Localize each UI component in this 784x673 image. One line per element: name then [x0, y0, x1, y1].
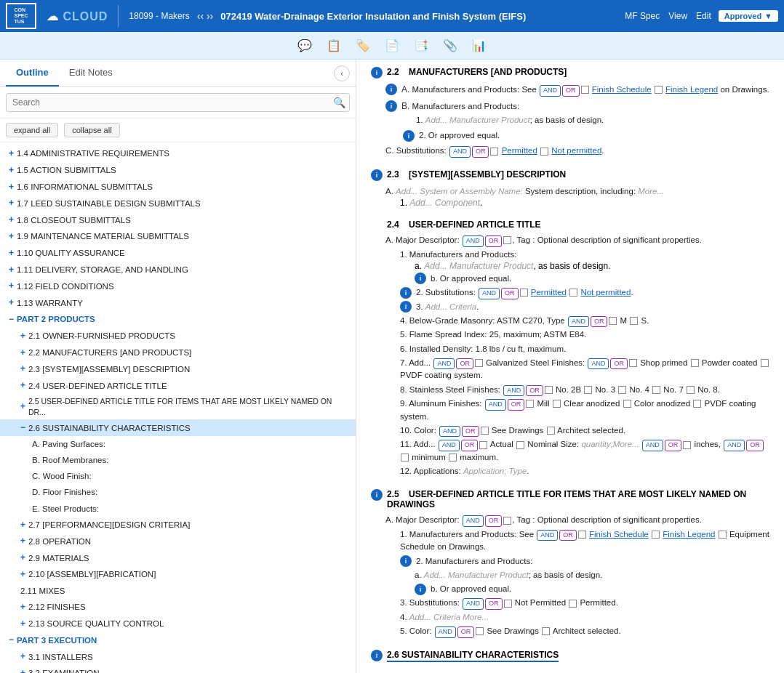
tree-item-2-6-c[interactable]: C. Wood Finish:	[0, 468, 356, 484]
link-not-permitted-2[interactable]: Not permitted	[580, 288, 631, 297]
add-mfr-2-5[interactable]: Add... Manufacturer Product	[424, 571, 529, 579]
tree-item-2-2[interactable]: + 2.2 MANUFACTURERS [AND PRODUCTS]	[0, 344, 356, 361]
info-icon-2-2-b[interactable]: i	[385, 100, 397, 112]
expand-icon-1-7: +	[9, 197, 14, 209]
tree-item-2-13[interactable]: + 2.13 SOURCE QUALITY CONTROL	[0, 616, 356, 632]
info-icon-2-4-2[interactable]: i	[400, 287, 412, 299]
add-system-name[interactable]: Add... System or Assembly Name:	[396, 187, 523, 196]
link-permitted-2[interactable]: Permitted	[531, 288, 567, 297]
expand-icon-2-7: +	[20, 519, 25, 531]
add-more[interactable]: More...	[638, 187, 664, 196]
add-criteria[interactable]: Add... Criteria	[425, 302, 476, 311]
tree-item-2-10[interactable]: + 2.10 [ASSEMBLY][FABRICATION]	[0, 566, 356, 583]
tag-icon[interactable]: 🏷️	[353, 36, 373, 55]
info-icon-2-6[interactable]: i	[371, 650, 383, 661]
tree-item-2-6[interactable]: − 2.6 SUSTAINABILITY CHARACTERISTICS	[0, 419, 356, 436]
section-title-2-4: 2.4 USER-DEFINED ARTICLE TITLE	[371, 219, 541, 230]
link-finish-schedule[interactable]: Finish Schedule	[592, 85, 652, 94]
row-2-2-b: i B. Manufacturers and Products: 1. Add.…	[371, 100, 769, 127]
chevron-down-icon: ▼	[764, 12, 772, 20]
attach-icon[interactable]: 📎	[440, 36, 460, 55]
info-icon-2-2[interactable]: i	[371, 67, 383, 78]
badge-and-nom: AND	[439, 440, 460, 451]
tree-item-2-7[interactable]: + 2.7 [PERFORMANCE][DESIGN CRITERIA]	[0, 517, 356, 533]
row-2-4-6: 6. Installed Density: 1.8 lbs / cu ft, m…	[371, 343, 769, 355]
chart-icon[interactable]: 📊	[469, 36, 489, 55]
nav-arrows[interactable]: ‹‹ ››	[197, 10, 214, 22]
tree-item-part2[interactable]: − PART 2 PRODUCTS	[0, 311, 356, 328]
link-finish-legend-2[interactable]: Finish Legend	[663, 530, 715, 539]
tree-item-2-9[interactable]: + 2.9 MATERIALS	[0, 549, 356, 566]
tree-item-3-2[interactable]: + 3.2 EXAMINATION	[0, 665, 356, 673]
tree-item-2-4[interactable]: + 2.4 USER-DEFINED ARTICLE TITLE	[0, 377, 356, 394]
badge-or-2-5-5: OR	[457, 626, 475, 638]
badge-and-2-5-5: AND	[435, 626, 456, 638]
tree-item-2-3[interactable]: + 2.3 [SYSTEM][ASSEMBLY] DESCRIPTION	[0, 360, 356, 377]
tree-item-2-12[interactable]: + 2.12 FINISHES	[0, 599, 356, 616]
add-mfr-product-2-4[interactable]: Add... Manufacturer Product	[424, 261, 533, 271]
nav-mf-spec[interactable]: MF Spec	[625, 11, 660, 21]
tree-item-1-12[interactable]: + 1.12 FIELD CONDITIONS	[0, 278, 356, 294]
tab-outline[interactable]: Outline	[6, 60, 59, 86]
tree-label-2-7: 2.7 [PERFORMANCE][DESIGN CRITERIA]	[28, 519, 190, 531]
badge-or-nom: OR	[461, 440, 479, 451]
tree-item-2-8[interactable]: + 2.8 OPERATION	[0, 533, 356, 549]
expand-all-button[interactable]: expand all	[6, 123, 58, 137]
tree-item-2-5[interactable]: + 2.5 USER-DEFINED ARTICLE TITLE FOR ITE…	[0, 394, 356, 419]
nav-edit[interactable]: Edit	[696, 11, 711, 21]
section-title-2-2: 2.2 MANUFACTURERS [AND PRODUCTS]	[387, 67, 567, 77]
collapse-panel-button[interactable]: ‹	[334, 65, 350, 81]
info-icon-2-4-b[interactable]: i	[415, 273, 426, 284]
tree-item-1-13[interactable]: + 1.13 WARRANTY	[0, 294, 356, 311]
link-permitted[interactable]: Permitted	[502, 146, 537, 155]
link-not-permitted[interactable]: Not permitted	[551, 146, 601, 155]
tree-item-1-5[interactable]: + 1.5 ACTION SUBMITTALS	[0, 162, 356, 179]
tree-item-3-1[interactable]: + 3.1 INSTALLERS	[0, 648, 356, 665]
tree-label-1-9: 1.9 MAINTENANCE MATERIAL SUBMITTALS	[17, 230, 189, 242]
info-icon-2-2-b-2[interactable]: i	[403, 130, 415, 142]
add-qty[interactable]: quantity;More...	[581, 440, 639, 448]
tree-item-1-11[interactable]: + 1.11 DELIVERY, STORAGE, AND HANDLING	[0, 262, 356, 278]
tree-item-2-6-d[interactable]: D. Floor Finishes:	[0, 484, 356, 500]
tree-item-1-9[interactable]: + 1.9 MAINTENANCE MATERIAL SUBMITTALS	[0, 228, 356, 245]
add-manufacturer-product[interactable]: Add... Manufacturer Product	[425, 116, 530, 124]
tab-edit-notes[interactable]: Edit Notes	[59, 60, 123, 86]
tree-item-2-6-b[interactable]: B. Roof Membranes:	[0, 452, 356, 468]
tree-label-1-8: 1.8 CLOSEOUT SUBMITTALS	[17, 214, 131, 226]
add-component[interactable]: Add... Component	[409, 198, 480, 208]
link-finish-sched-2[interactable]: Finish Schedule	[589, 530, 649, 539]
info-icon-2-5-2[interactable]: i	[400, 555, 412, 567]
tree-item-part3[interactable]: − PART 3 EXECUTION	[0, 632, 356, 648]
pages-icon[interactable]: 📑	[411, 36, 431, 55]
info-icon-2-4-3[interactable]: i	[400, 301, 412, 313]
collapse-all-button[interactable]: collapse all	[64, 123, 119, 137]
info-icon-2-5[interactable]: i	[371, 489, 383, 501]
add-criteria-more[interactable]: Add... Criteria More...	[409, 613, 489, 621]
row-2-4-9: 9. Aluminum Finishes: ANDOR Mill Clear a…	[371, 398, 769, 423]
nav-view[interactable]: View	[668, 11, 687, 21]
tree-item-1-10[interactable]: + 1.10 QUALITY ASSURANCE	[0, 245, 356, 262]
tree-item-2-6-e[interactable]: E. Steel Products:	[0, 501, 356, 517]
link-finish-legend[interactable]: Finish Legend	[665, 85, 718, 94]
badge-and-bgm: AND	[568, 316, 589, 328]
document-icon[interactable]: 📄	[382, 36, 402, 55]
tree-item-1-4[interactable]: + 1.4 ADMINISTRATIVE REQUIREMENTS	[0, 145, 356, 162]
comment-icon[interactable]: 💬	[295, 36, 315, 55]
section-2-2: i 2.2 MANUFACTURERS [AND PRODUCTS] i A. …	[371, 67, 769, 158]
add-application[interactable]: Application; Type	[463, 467, 527, 475]
search-icon[interactable]: 🔍	[333, 97, 345, 108]
tree-item-1-8[interactable]: + 1.8 CLOSEOUT SUBMITTALS	[0, 211, 356, 228]
section-2-3: i 2.3 [SYSTEM][ASSEMBLY] DESCRIPTION A. …	[371, 169, 769, 208]
status-badge[interactable]: Approved ▼	[719, 10, 778, 22]
tree-item-1-6[interactable]: + 1.6 INFORMATIONAL SUBMITTALS	[0, 179, 356, 196]
copy-icon[interactable]: 📋	[324, 36, 344, 55]
tree-item-2-6-a[interactable]: A. Paving Surfaces:	[0, 436, 356, 452]
info-icon-2-5-2b[interactable]: i	[415, 584, 426, 595]
tree-item-2-11[interactable]: 2.11 MIXES	[0, 583, 356, 599]
tree-item-2-1[interactable]: + 2.1 OWNER-FURNISHED PRODUCTS	[0, 328, 356, 344]
search-input[interactable]	[6, 93, 350, 112]
badge-and-2-5-1: AND	[537, 530, 558, 541]
info-icon-2-2-a[interactable]: i	[385, 84, 397, 95]
tree-item-1-7[interactable]: + 1.7 LEED SUSTAINABLE DESIGN SUBMITTALS	[0, 195, 356, 211]
info-icon-2-3[interactable]: i	[371, 169, 383, 181]
